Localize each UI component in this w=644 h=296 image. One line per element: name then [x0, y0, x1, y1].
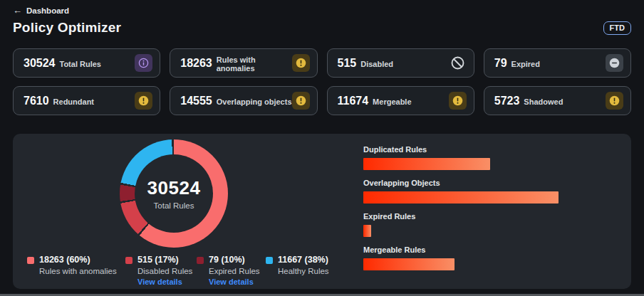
- legend-swatch: [125, 257, 133, 264]
- bar-row-mergeable: Mergeable Rules: [363, 245, 617, 270]
- stat-value: 18263: [180, 57, 212, 70]
- blocked-icon: [449, 54, 467, 72]
- stat-card-anomalies[interactable]: 18263 Rules with anomalies: [170, 48, 317, 78]
- legend-item-expired: 79 (10%) Expired Rules View details: [197, 255, 266, 286]
- warning-icon: [292, 92, 310, 110]
- warning-icon: [292, 54, 310, 72]
- device-type-badge[interactable]: FTD: [603, 21, 631, 35]
- legend-swatch: [27, 257, 34, 264]
- stat-card-total-rules[interactable]: 30524 Total Rules: [13, 48, 160, 78]
- stat-value: 7610: [24, 95, 49, 107]
- legend-swatch: [266, 257, 273, 264]
- bar-row-overlapping: Overlapping Objects: [363, 179, 617, 204]
- warning-icon: [135, 92, 152, 110]
- stat-value: 11674: [338, 95, 369, 107]
- legend-label: Rules with anomalies: [39, 267, 117, 275]
- stat-label: Expired: [511, 60, 540, 68]
- legend-value: 11667 (38%): [278, 255, 329, 265]
- stat-card-mergeable[interactable]: 11674 Mergeable: [327, 86, 474, 115]
- view-details-link[interactable]: View details: [209, 278, 260, 286]
- page-title: Policy Optimizer: [13, 20, 121, 36]
- stat-card-shadowed[interactable]: 5723 Shadowed: [484, 86, 631, 115]
- stat-label: Shadowed: [524, 97, 563, 106]
- bar-expired-rules[interactable]: [363, 225, 371, 237]
- legend-swatch: [197, 257, 204, 264]
- info-icon: [135, 54, 152, 72]
- warning-icon: [449, 92, 467, 110]
- stat-card-disabled[interactable]: 515 Disabled: [327, 48, 474, 78]
- bar-overlapping-objects[interactable]: [363, 191, 559, 204]
- bar-label: Duplicated Rules: [363, 145, 617, 154]
- stat-value: 14555: [180, 95, 212, 107]
- legend-value: 18263 (60%): [39, 255, 117, 265]
- view-details-link[interactable]: View details: [137, 278, 192, 286]
- legend-label: Disabled Rules: [137, 267, 192, 275]
- legend-item-anomalies: 18263 (60%) Rules with anomalies: [27, 255, 125, 286]
- bar-label: Mergeable Rules: [363, 245, 617, 254]
- legend-item-disabled: 515 (17%) Disabled Rules View details: [125, 255, 197, 286]
- minus-circle-icon: [606, 54, 623, 72]
- legend-label: Healthy Rules: [278, 267, 329, 275]
- stat-value: 5723: [494, 95, 520, 107]
- bar-chart-section: Duplicated Rules Overlapping Objects Exp…: [363, 139, 617, 282]
- policy-optimizer-page: ← Dashboard Policy Optimizer FTD 30524 T…: [0, 0, 644, 296]
- stat-value: 515: [338, 57, 357, 70]
- bar-duplicated-rules[interactable]: [363, 158, 490, 170]
- stat-label: Overlapping objects: [217, 97, 292, 106]
- breadcrumb-label: Dashboard: [26, 6, 69, 15]
- stat-label: Total Rules: [60, 60, 101, 68]
- bar-mergeable-rules[interactable]: [363, 258, 455, 270]
- breadcrumb-back[interactable]: ← Dashboard: [13, 6, 631, 15]
- charts-panel: 30524 Total Rules 18263 (60%) Rules with…: [13, 134, 631, 289]
- stat-cards-grid: 30524 Total Rules 18263 Rules with anoma…: [13, 48, 631, 115]
- stat-card-expired[interactable]: 79 Expired: [484, 48, 631, 78]
- donut-section: 30524 Total Rules 18263 (60%) Rules with…: [27, 139, 363, 282]
- stat-card-overlapping[interactable]: 14555 Overlapping objects: [170, 86, 317, 115]
- stat-card-redundant[interactable]: 7610 Redundant: [13, 86, 160, 115]
- arrow-left-icon: ←: [13, 6, 22, 15]
- legend-item-healthy: 11667 (38%) Healthy Rules: [266, 255, 363, 286]
- donut-legend: 18263 (60%) Rules with anomalies 515 (17…: [27, 255, 363, 286]
- stat-label: Redundant: [53, 97, 94, 106]
- stat-value: 79: [494, 57, 507, 70]
- stat-label: Rules with anomalies: [217, 56, 292, 73]
- legend-value: 79 (10%): [209, 255, 260, 265]
- bar-label: Overlapping Objects: [363, 179, 617, 187]
- donut-total-value: 30524: [147, 177, 201, 199]
- stat-label: Disabled: [360, 60, 393, 68]
- stat-label: Mergeable: [373, 97, 411, 106]
- warning-icon: [606, 92, 623, 110]
- legend-label: Expired Rules: [209, 267, 260, 275]
- donut-total-label: Total Rules: [154, 201, 194, 210]
- bar-row-duplicated: Duplicated Rules: [363, 145, 617, 170]
- bar-row-expired: Expired Rules: [363, 212, 617, 237]
- stat-value: 30524: [24, 57, 56, 70]
- legend-value: 515 (17%): [137, 255, 192, 265]
- donut-center-label: 30524 Total Rules: [120, 139, 228, 248]
- bar-label: Expired Rules: [363, 212, 617, 221]
